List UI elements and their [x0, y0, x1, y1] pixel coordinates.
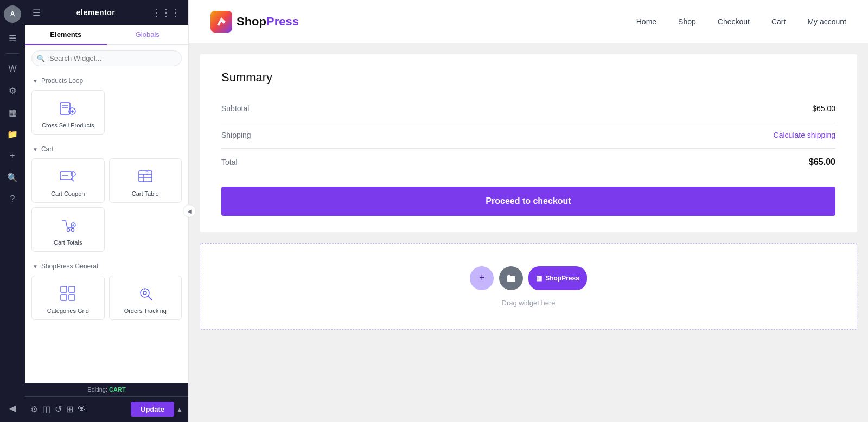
nav-home[interactable]: Home — [636, 17, 656, 26]
grid-icon[interactable]: ▦ — [4, 104, 21, 121]
widget-cart-table[interactable]: Cart Table — [109, 158, 182, 203]
panel-tabs: Elements Globals — [25, 25, 188, 45]
shipping-label: Shipping — [221, 131, 251, 139]
drag-widget-text: Drag widget here — [502, 299, 556, 307]
orders-tracking-icon — [136, 284, 155, 303]
panel-collapse-button[interactable]: ◀ — [183, 204, 196, 218]
folder-button[interactable] — [499, 266, 523, 290]
svg-rect-0 — [60, 103, 70, 114]
hamburger-icon[interactable]: ☰ — [4, 29, 21, 47]
section-cart-label: Cart — [41, 145, 54, 153]
svg-line-24 — [148, 296, 152, 300]
wordpress-icon[interactable]: W — [4, 60, 21, 78]
summary-row-subtotal: Subtotal $65.00 — [221, 95, 835, 122]
svg-rect-22 — [69, 295, 75, 300]
widget-grid-shoppress: Categories Grid Orders Tracking — [25, 273, 188, 325]
subtotal-label: Subtotal — [221, 104, 249, 113]
categories-grid-icon — [58, 284, 78, 303]
panel-dots-icon[interactable]: ⋮⋮⋮ — [151, 7, 181, 18]
drop-zone-actions: + ▦ ShopPress — [470, 266, 587, 290]
widget-grid-products-loop: Cross Sell Products — [25, 88, 188, 140]
widget-orders-tracking[interactable]: Orders Tracking — [109, 276, 182, 320]
nav-shop[interactable]: Shop — [678, 17, 696, 26]
panel-preview-icon[interactable]: 👁 — [78, 404, 86, 414]
shoppress-button[interactable]: ▦ ShopPress — [528, 266, 587, 290]
cart-coupon-icon — [58, 167, 78, 186]
calculate-shipping-link[interactable]: Calculate shipping — [774, 131, 835, 139]
cart-table-icon — [136, 167, 155, 186]
shoppress-btn-label: ShopPress — [545, 274, 579, 282]
widget-grid-cart: Cart Coupon Cart Table — [25, 156, 188, 257]
svg-point-7 — [71, 172, 75, 176]
panel-settings-icon[interactable]: ⚙ — [30, 404, 38, 414]
svg-point-14 — [67, 229, 70, 232]
widget-label: Cart Table — [132, 190, 159, 197]
sidebar-dark: A ☰ W ⚙ ▦ 📁 + 🔍 ? ◀ — [0, 0, 25, 422]
widget-cross-sell-products[interactable]: Cross Sell Products — [31, 90, 105, 135]
search-icon[interactable]: 🔍 — [4, 169, 21, 186]
update-arrow-icon[interactable]: ▲ — [176, 406, 183, 413]
svg-rect-10 — [139, 171, 152, 182]
tab-elements[interactable]: Elements — [25, 25, 107, 45]
editing-label: Editing: — [87, 386, 107, 393]
widget-label: Cart Totals — [54, 239, 82, 246]
help-icon[interactable]: ? — [4, 190, 21, 208]
widget-cart-coupon[interactable]: Cart Coupon — [31, 158, 105, 203]
svg-point-25 — [143, 291, 146, 295]
panel-body: ▼ Products Loop Cross Sell Products — [25, 72, 188, 383]
tab-globals[interactable]: Globals — [107, 25, 189, 44]
section-label: Products Loop — [41, 77, 83, 85]
panel-history-icon[interactable]: ↺ — [55, 404, 62, 414]
elementor-panel: ☰ elementor ⋮⋮⋮ Elements Globals 🔍 ▼ Pro… — [25, 0, 189, 422]
search-icon: 🔍 — [37, 55, 45, 62]
widget-label: Orders Tracking — [124, 308, 167, 314]
section-cart[interactable]: ▼ Cart — [25, 140, 188, 156]
widget-label: Cart Coupon — [51, 190, 85, 197]
widget-label: Categories Grid — [47, 308, 89, 314]
add-section-button[interactable]: + — [470, 266, 494, 290]
summary-title: Summary — [221, 71, 835, 85]
nav-checkout[interactable]: Checkout — [718, 17, 750, 26]
summary-row-total: Total $65.00 — [221, 149, 835, 176]
panel-header: ☰ elementor ⋮⋮⋮ — [25, 0, 188, 25]
gear-icon[interactable]: ⚙ — [4, 82, 21, 99]
section-products-loop[interactable]: ▼ Products Loop — [25, 72, 188, 88]
editing-value: CART — [109, 386, 126, 393]
svg-rect-19 — [61, 286, 67, 292]
widget-categories-grid[interactable]: Categories Grid — [31, 276, 105, 320]
svg-point-15 — [72, 229, 74, 232]
panel-hamburger-icon[interactable]: ☰ — [33, 8, 40, 18]
total-value: $65.00 — [809, 157, 835, 167]
logo-icon — [210, 11, 232, 33]
nav-links: Home Shop Checkout Cart My account — [636, 17, 846, 26]
main-content: ShopPress Home Shop Checkout Cart My acc… — [189, 0, 868, 422]
nav-my-account[interactable]: My account — [807, 17, 846, 26]
search-input[interactable] — [31, 50, 182, 66]
subtotal-value: $65.00 — [812, 104, 835, 113]
section-shoppress-label: ShopPress General — [41, 263, 98, 270]
proceed-to-checkout-button[interactable]: Proceed to checkout — [221, 187, 835, 216]
divider — [6, 53, 19, 54]
section-shoppress-general[interactable]: ▼ ShopPress General — [25, 257, 188, 273]
top-nav: ShopPress Home Shop Checkout Cart My acc… — [189, 0, 868, 43]
add-icon[interactable]: + — [4, 147, 21, 164]
section-arrow-icon: ▼ — [33, 78, 38, 84]
panel-layers-icon[interactable]: ◫ — [42, 404, 50, 414]
widget-label: Cross Sell Products — [42, 122, 94, 129]
cart-summary: Summary Subtotal $65.00 Shipping Calcula… — [200, 54, 857, 232]
drop-zone: + ▦ ShopPress Drag widget here — [200, 243, 857, 330]
summary-row-shipping: Shipping Calculate shipping — [221, 122, 835, 149]
nav-cart[interactable]: Cart — [771, 17, 786, 26]
panel-title: elementor — [76, 8, 115, 17]
widget-cart-totals[interactable]: Cart Totals — [31, 207, 105, 252]
avatar[interactable]: A — [4, 5, 21, 23]
logo-text: ShopPress — [237, 15, 299, 29]
back-icon[interactable]: ◀ — [4, 399, 21, 417]
svg-rect-20 — [69, 286, 75, 292]
section-shoppress-arrow-icon: ▼ — [33, 264, 38, 270]
update-button[interactable]: Update — [131, 402, 174, 417]
panel-search-area: 🔍 — [25, 45, 188, 72]
panel-templates-icon[interactable]: ⊞ — [66, 404, 73, 414]
folder-icon[interactable]: 📁 — [4, 125, 21, 143]
svg-rect-21 — [61, 295, 67, 300]
